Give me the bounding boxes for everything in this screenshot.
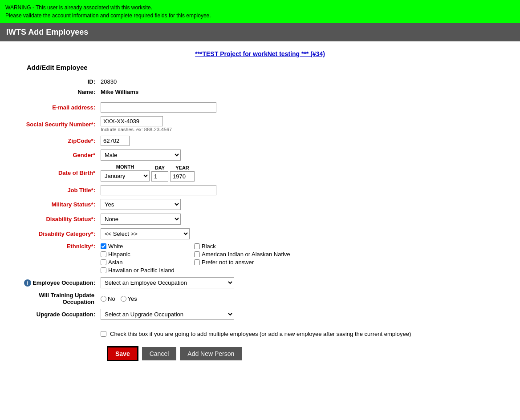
add-new-person-button[interactable]: Add New Person [180, 347, 242, 360]
ssn-hint: Include dashes. ex: 888-23-4567 [101, 127, 508, 132]
ssn-input[interactable] [101, 116, 163, 126]
ethnicity-aian-checkbox[interactable] [194, 251, 200, 257]
ethnicity-hispanic-label: Hispanic [108, 251, 130, 258]
occupation-select[interactable]: Select an Employee Occupation [101, 277, 234, 288]
email-input[interactable] [101, 102, 216, 113]
ethnicity-prefer-label: Prefer not to answer [202, 259, 254, 266]
dob-month-select[interactable]: January February March April May June Ju… [101, 170, 150, 182]
multi-employee-row: Check this box if you are going to add m… [9, 329, 511, 339]
jobtitle-label: Job Title*: [9, 183, 98, 197]
email-row: E-mail address: [9, 101, 511, 114]
ethnicity-aian: American Indian or Alaskan Native [194, 251, 301, 258]
military-label: Military Status*: [9, 197, 98, 212]
name-label: Name: [9, 87, 98, 97]
gender-row: Gender* Male Female Other Prefer not to … [9, 148, 511, 162]
disability-cat-label: Disability Category*: [9, 226, 98, 241]
ethnicity-prefer: Prefer not to answer [194, 259, 301, 266]
jobtitle-row: Job Title*: [9, 183, 511, 197]
multi-employee-label: Check this box if you are going to add m… [110, 331, 411, 337]
ethnicity-asian: Asian [101, 259, 190, 266]
ethnicity-hawaiian-label: Hawaiian or Pacific Island [108, 267, 175, 274]
page-title: IWTS Add Employees [6, 28, 88, 36]
ssn-label: Social Security Number*: [9, 114, 98, 134]
disability-row: Disability Status*: None Yes No [9, 212, 511, 226]
ethnicity-hispanic: Hispanic [101, 251, 190, 258]
occupation-info-icon[interactable]: i [24, 279, 31, 287]
multi-employee-container: Check this box if you are going to add m… [101, 331, 508, 337]
occupation-label: Employee Occupation: [32, 279, 95, 286]
id-label: ID: [9, 77, 98, 87]
ethnicity-hawaiian: Hawaiian or Pacific Island [101, 267, 301, 274]
jobtitle-input[interactable] [101, 185, 216, 195]
ethnicity-white: White [101, 243, 190, 250]
disability-label: Disability Status*: [9, 212, 98, 226]
ethnicity-asian-checkbox[interactable] [101, 259, 106, 265]
ethnicity-aian-label: American Indian or Alaskan Native [202, 251, 290, 258]
gender-label: Gender* [9, 148, 98, 162]
email-label: E-mail address: [9, 101, 98, 114]
ethnicity-prefer-checkbox[interactable] [194, 259, 200, 265]
ssn-row: Social Security Number*: Include dashes.… [9, 114, 511, 134]
dob-row: Date of Birth* MONTH January February Ma… [9, 162, 511, 183]
disability-select[interactable]: None Yes No [101, 214, 181, 225]
name-value: Mike Williams [101, 89, 138, 95]
ethnicity-white-checkbox[interactable] [101, 243, 106, 249]
upgrade-label: Upgrade Occupation: [9, 307, 98, 322]
ethnicity-asian-label: Asian [108, 259, 123, 266]
page-header: IWTS Add Employees [0, 23, 520, 41]
ethnicity-label: Ethnicity*: [9, 241, 98, 275]
disability-cat-select[interactable]: << Select >> [101, 228, 190, 239]
warning-banner: WARNING - This user is already associate… [0, 0, 520, 23]
name-row: Name: Mike Williams [9, 87, 511, 97]
project-link-container: ***TEST Project for workNet testing *** … [9, 50, 511, 57]
gender-select[interactable]: Male Female Other Prefer not to answer [101, 149, 181, 161]
training-radio-group: No Yes [101, 295, 508, 302]
warning-line2: Please validate the account information … [5, 12, 515, 20]
training-no-radio[interactable] [101, 296, 106, 302]
upgrade-select[interactable]: Select an Upgrade Occupation [101, 309, 234, 320]
dob-label: Date of Birth* [9, 162, 98, 183]
dob-day-header: DAY [155, 165, 165, 170]
disability-cat-row: Disability Category*: << Select >> [9, 226, 511, 241]
training-yes-label[interactable]: Yes [121, 295, 137, 302]
ethnicity-hispanic-checkbox[interactable] [101, 251, 106, 257]
ethnicity-white-label: White [108, 243, 123, 250]
warning-line1: WARNING - This user is already associate… [5, 4, 515, 12]
dob-year-header: YEAR [175, 165, 189, 170]
military-select[interactable]: Yes No Unknown [101, 199, 181, 210]
zipcode-row: ZipCode*: [9, 134, 511, 148]
button-row: Save Cancel Add New Person [107, 346, 511, 361]
dob-day-input[interactable] [151, 171, 168, 182]
occupation-row: i Employee Occupation: Select an Employe… [9, 275, 511, 290]
zipcode-input[interactable] [101, 136, 130, 146]
ethnicity-black-checkbox[interactable] [194, 243, 200, 249]
id-value: 20830 [98, 77, 511, 87]
ethnicity-black: Black [194, 243, 301, 250]
employee-form: ID: 20830 Name: Mike Williams E-mail add… [9, 77, 511, 339]
upgrade-row: Upgrade Occupation: Select an Upgrade Oc… [9, 307, 511, 322]
ethnicity-grid: White Black Hispanic American India [101, 243, 508, 274]
save-button[interactable]: Save [107, 346, 138, 361]
ethnicity-black-label: Black [202, 243, 216, 250]
project-link[interactable]: ***TEST Project for workNet testing *** … [195, 50, 325, 57]
ethnicity-hawaiian-checkbox[interactable] [101, 267, 106, 273]
cancel-button[interactable]: Cancel [142, 347, 177, 360]
ethnicity-row: Ethnicity*: White Black Hisp [9, 241, 511, 275]
training-no-label[interactable]: No [101, 295, 115, 302]
training-yes-radio[interactable] [121, 296, 126, 302]
dob-month-header: MONTH [116, 164, 134, 170]
id-row: ID: 20830 [9, 77, 511, 87]
zipcode-label: ZipCode*: [9, 134, 98, 148]
training-row: Will Training Update Occupation No Yes [9, 290, 511, 307]
section-title: Add/Edit Employee [27, 64, 511, 71]
occupation-label-cell: i Employee Occupation: [9, 275, 98, 290]
multi-employee-checkbox[interactable] [101, 331, 106, 337]
dob-year-input[interactable] [170, 171, 195, 182]
training-label: Will Training Update Occupation [9, 290, 98, 307]
military-row: Military Status*: Yes No Unknown [9, 197, 511, 212]
